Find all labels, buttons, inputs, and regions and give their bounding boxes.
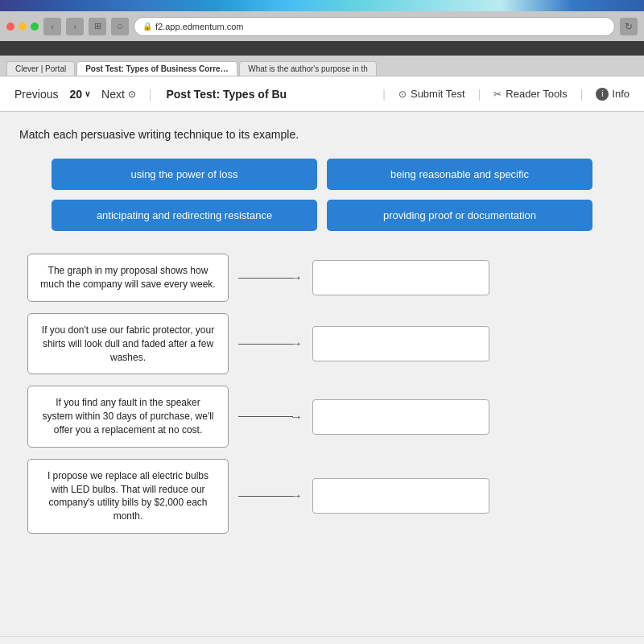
separator-2: |	[382, 88, 386, 101]
main-content: Match each persuasive writing technique …	[0, 112, 644, 636]
match-items: The graph in my proposal shows how much …	[19, 254, 625, 534]
info-button[interactable]: i Info	[591, 85, 634, 104]
forward-button[interactable]: ›	[66, 18, 84, 35]
next-icon: ⊙	[128, 89, 136, 100]
drop-box-1[interactable]	[312, 260, 489, 295]
match-box-3: If you find any fault in the speaker sys…	[27, 386, 229, 447]
chevron-icon: ∨	[85, 89, 90, 98]
match-box-1: The graph in my proposal shows how much …	[27, 254, 229, 302]
traffic-light-close[interactable]	[6, 23, 14, 31]
app-toolbar: Previous 20 ∨ Next ⊙ | Post Test: Types …	[0, 76, 644, 112]
tab-post-test[interactable]: Post Test: Types of Business Corresponde…	[76, 61, 237, 76]
separator-1: |	[149, 88, 152, 101]
reload-button[interactable]: ↻	[620, 18, 638, 35]
match-box-2: If you don't use our fabric protector, y…	[27, 313, 229, 374]
address-text: f2.app.edmentum.com	[155, 22, 243, 31]
info-icon: i	[596, 88, 609, 101]
tab-clever-portal[interactable]: Clever | Portal	[6, 61, 75, 76]
refresh-button[interactable]: ○	[111, 18, 129, 35]
technique-btn-1[interactable]: using the power of loss	[52, 159, 317, 190]
match-row-3: If you find any fault in the speaker sys…	[27, 386, 617, 447]
technique-btn-4[interactable]: providing proof or documentation	[327, 200, 592, 231]
reader-tools-button[interactable]: ✂ Reader Tools	[489, 85, 572, 103]
instruction-text: Match each persuasive writing technique …	[19, 128, 625, 141]
arrow-1	[238, 270, 303, 285]
match-row-1: The graph in my proposal shows how much …	[27, 254, 617, 302]
tab-strip: Clever | Portal Post Test: Types of Busi…	[0, 56, 644, 76]
arrow-4	[238, 489, 303, 503]
grid-button[interactable]: ⊞	[89, 18, 106, 35]
footer: © 2021 Edmentum. All rights reserved.	[0, 636, 644, 644]
test-title: Post Test: Types of Bu	[166, 88, 287, 101]
technique-buttons-grid: using the power of loss being reasonable…	[19, 159, 625, 231]
technique-btn-3[interactable]: anticipating and redirecting resistance	[52, 200, 317, 231]
previous-button[interactable]: Previous	[10, 85, 63, 104]
drop-box-2[interactable]	[312, 326, 489, 361]
drop-box-4[interactable]	[312, 478, 489, 514]
separator-4: |	[580, 88, 584, 101]
traffic-light-minimize[interactable]	[19, 23, 27, 31]
tab-author-purpose[interactable]: What is the author's purpose in th	[239, 61, 377, 76]
technique-btn-2[interactable]: being reasonable and specific	[327, 159, 592, 190]
match-box-4: I propose we replace all electric bulbs …	[27, 459, 229, 534]
drop-box-3[interactable]	[312, 399, 489, 435]
next-button[interactable]: Next ⊙	[97, 85, 141, 104]
arrow-3	[238, 410, 303, 424]
arrow-2	[238, 336, 303, 351]
match-row-4: I propose we replace all electric bulbs …	[27, 459, 617, 534]
separator-3: |	[478, 88, 481, 101]
address-bar[interactable]: 🔒 f2.app.edmentum.com	[134, 17, 615, 36]
lock-icon: 🔒	[142, 22, 152, 31]
question-number: 20 ∨	[69, 88, 90, 101]
match-row-2: If you don't use our fabric protector, y…	[27, 313, 617, 374]
submit-test-button[interactable]: ⊙ Submit Test	[394, 85, 470, 103]
back-button[interactable]: ‹	[43, 18, 61, 35]
reader-icon: ✂	[493, 89, 502, 100]
traffic-light-fullscreen[interactable]	[31, 23, 39, 31]
submit-icon: ⊙	[398, 89, 407, 100]
